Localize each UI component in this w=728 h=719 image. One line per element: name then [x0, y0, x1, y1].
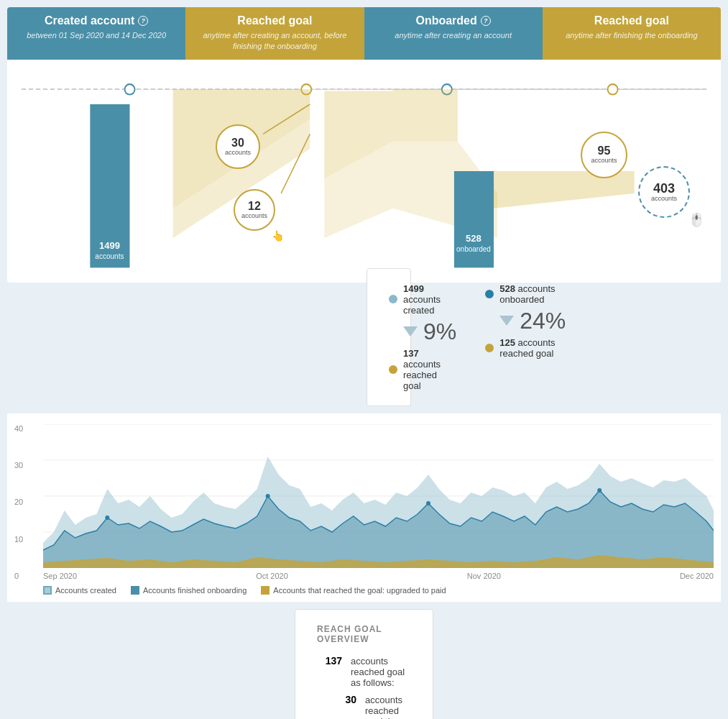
badge-12: 12 accounts	[234, 189, 275, 231]
info-icon-1[interactable]: ?	[138, 16, 148, 26]
svg-line-8	[281, 134, 310, 193]
badge-12-count: 12	[248, 201, 261, 212]
cursor-icon-2: 👆	[272, 230, 284, 242]
funnel-step-4-subtitle: anytime after finishing the onboarding	[566, 30, 697, 41]
funnel-step-3-header: Onboarded ? anytime after creating an ac…	[364, 7, 543, 60]
goal1-dot	[389, 365, 397, 374]
info-icon-3[interactable]: ?	[481, 16, 491, 26]
svg-point-4	[608, 84, 618, 94]
badge-95: 95 accounts	[581, 132, 627, 178]
created-dot	[389, 295, 397, 303]
legend-created: Accounts created	[43, 586, 116, 595]
legend-created-box	[43, 586, 52, 595]
arrow-down-1	[403, 326, 418, 336]
stat-row-goal2: 125 accounts reached goal	[485, 337, 566, 359]
funnel-step-4-header: Reached goal anytime after finishing the…	[543, 7, 721, 60]
badge-30-count: 30	[231, 137, 244, 149]
chart-legend: Accounts created Accounts finished onboa…	[43, 586, 714, 595]
svg-point-1	[124, 84, 134, 94]
badge-95-label: accounts	[591, 157, 617, 164]
stat-pct-2: 24%	[499, 308, 566, 334]
funnel-step-2-subtitle: anytime after creating an account, befor…	[195, 30, 354, 52]
overview-desc-30: accounts reached goal then finished the …	[365, 695, 412, 719]
svg-text:onboarded: onboarded	[456, 244, 491, 252]
svg-point-2	[301, 84, 311, 94]
chart-section: 40 30 20 10 0	[7, 413, 721, 602]
x-label-nov: Nov 2020	[467, 572, 501, 580]
svg-text:1499: 1499	[99, 240, 120, 251]
legend-goal-label: Accounts that reached the goal: upgraded…	[273, 586, 446, 595]
badge-30-label: accounts	[225, 149, 251, 156]
badge-30: 30 accounts	[216, 124, 260, 169]
onboarded-dot	[485, 290, 494, 298]
stat-goal1-text: 137 accounts reached goal	[403, 348, 456, 391]
stat-pct-1: 9%	[403, 319, 456, 345]
stat-onboarded-text: 528 accounts onboarded	[499, 283, 566, 305]
funnel-step-2-header: Reached goal anytime after creating an a…	[185, 7, 364, 60]
svg-point-28	[597, 488, 602, 493]
legend-onboarded: Accounts finished onboarding	[131, 586, 246, 595]
funnel-step-1-header: Created account ? between 01 Sep 2020 an…	[7, 7, 185, 60]
svg-rect-9	[90, 104, 129, 267]
funnel-step-1-title: Created account	[45, 14, 134, 27]
y-axis: 40 30 20 10 0	[14, 424, 23, 580]
overview-num-30: 30	[331, 694, 356, 705]
funnel-step-2-title: Reached goal	[237, 14, 312, 27]
stat-row-goal1: 137 accounts reached goal	[389, 348, 456, 391]
svg-point-27	[426, 501, 430, 505]
svg-rect-15	[454, 171, 494, 267]
cursor-icon: 🖱️	[688, 212, 704, 228]
funnel-step-1-subtitle: between 01 Sep 2020 and 14 Dec 2020	[27, 30, 166, 41]
overview-num-137: 137	[317, 655, 342, 667]
svg-point-25	[105, 516, 109, 520]
badge-403: 403 accounts	[638, 166, 690, 218]
goal2-dot	[485, 344, 494, 352]
svg-marker-18	[494, 171, 635, 209]
svg-marker-14	[324, 141, 497, 237]
x-axis: Sep 2020 Oct 2020 Nov 2020 Dec 2020	[43, 568, 714, 580]
badge-403-count: 403	[653, 182, 675, 195]
x-label-sep: Sep 2020	[43, 572, 77, 580]
legend-goal: Accounts that reached the goal: upgraded…	[261, 586, 446, 595]
legend-onboarded-box	[131, 586, 139, 595]
legend-onboarded-label: Accounts finished onboarding	[143, 586, 246, 595]
svg-line-7	[263, 104, 310, 134]
chart-area	[43, 424, 714, 568]
legend-goal-box	[261, 586, 269, 595]
svg-marker-13	[324, 91, 392, 178]
stat-goal2-text: 125 accounts reached goal	[499, 337, 566, 359]
overview-section: REACH GOAL OVERVIEW 137 accounts reached…	[295, 609, 433, 719]
overview-row-30: 30 accounts reached goal then finished t…	[317, 694, 411, 719]
stat-created-text: 1499 accounts created	[403, 283, 456, 316]
svg-point-26	[266, 494, 270, 498]
funnel-step-3-subtitle: anytime after creating an account	[395, 30, 512, 41]
svg-point-3	[442, 84, 452, 94]
funnel-step-3-title: Onboarded	[415, 14, 476, 27]
overview-title: REACH GOAL OVERVIEW	[317, 624, 411, 644]
stats-box: 1499 accounts created 9% 137 accounts re…	[367, 268, 411, 406]
badge-403-label: accounts	[651, 195, 677, 202]
svg-marker-12	[393, 89, 458, 141]
stat-row-onboarded: 528 accounts onboarded	[485, 283, 566, 305]
x-label-dec: Dec 2020	[680, 572, 714, 580]
legend-created-label: Accounts created	[55, 586, 116, 595]
badge-95-count: 95	[598, 145, 611, 157]
funnel-diagram: 1499 accounts 528 onboarded 30 acc	[7, 60, 721, 283]
funnel-step-4-title: Reached goal	[594, 14, 669, 27]
arrow-down-2	[499, 316, 514, 326]
badge-12-label: accounts	[241, 212, 267, 219]
svg-text:accounts: accounts	[95, 252, 124, 260]
x-label-oct: Oct 2020	[256, 572, 288, 580]
stat-row-created: 1499 accounts created	[389, 283, 456, 316]
overview-row-137: 137 accounts reached goal as follows:	[317, 655, 411, 688]
overview-desc-137: accounts reached goal as follows:	[351, 656, 411, 688]
svg-text:528: 528	[466, 233, 482, 244]
